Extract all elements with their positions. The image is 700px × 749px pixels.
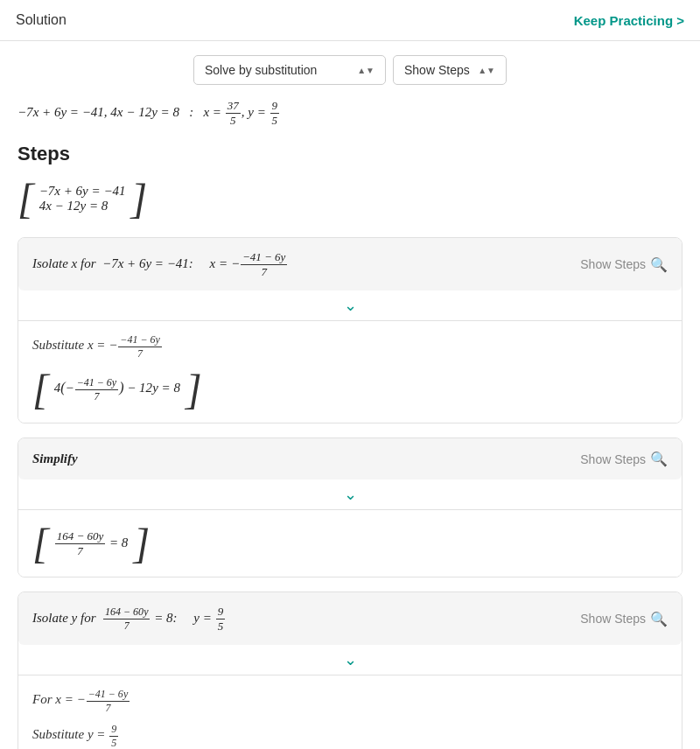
system-equations: −7x + 6y = −41 4x − 12y = 8 xyxy=(34,182,131,215)
substitute-label: Substitute x = −−41 − 6y7 xyxy=(32,333,668,360)
for-x-label: For x = −−41 − 6y7 xyxy=(32,688,668,714)
main-content: Solve by substitution ▲▼ Show Steps ▲▼ −… xyxy=(0,41,700,749)
isolate-y-label: Isolate y for 164 − 60y7 = 8: y = 95 xyxy=(32,605,226,633)
simp-left-bracket: [ xyxy=(32,522,49,564)
right-bracket-icon: ] xyxy=(131,178,148,220)
simplify-label: Simplify xyxy=(32,452,78,466)
solution-equation: −7x + 6y = −41, 4x − 12y = 8 : x = 375, … xyxy=(18,105,280,119)
show-steps-isolate-y[interactable]: Show Steps 🔍 xyxy=(580,611,668,627)
substitute-expr: 4(−−41 − 6y7) − 12y = 8 xyxy=(49,374,186,404)
simplify-expr: 164 − 60y7 = 8 xyxy=(49,528,134,559)
chevron-down-2[interactable]: ⌄ xyxy=(18,480,682,509)
eq2: 4x − 12y = 8 xyxy=(39,199,126,214)
chevron-down-3[interactable]: ⌄ xyxy=(18,645,682,675)
method-dropdown[interactable]: Solve by substitution ▲▼ xyxy=(193,55,386,85)
isolate-x-label: Isolate x for −7x + 6y = −41: x = −−41 −… xyxy=(32,250,288,278)
solution-line: −7x + 6y = −41, 4x − 12y = 8 : x = 375, … xyxy=(18,99,682,127)
for-x-expanded: For x = −−41 − 6y7 Substitute y = 95 x =… xyxy=(18,676,682,749)
method-label: Solve by substitution xyxy=(205,63,317,77)
step-simplify: Simplify Show Steps 🔍 ⌄ [ 164 − 60y7 = 8… xyxy=(18,438,682,578)
show-steps-text-2: Show Steps xyxy=(580,452,646,466)
step-simplify-header: Simplify Show Steps 🔍 xyxy=(18,438,682,480)
sub-left-bracket: [ xyxy=(32,368,49,410)
keep-practicing-link[interactable]: Keep Practicing > xyxy=(574,13,684,28)
chevron-down-1[interactable]: ⌄ xyxy=(18,290,682,320)
search-icon-3: 🔍 xyxy=(650,611,668,627)
step-substitute-expanded: Substitute x = −−41 − 6y7 [ 4(−−41 − 6y7… xyxy=(18,321,682,423)
show-steps-dropdown[interactable]: Show Steps ▲▼ xyxy=(393,55,507,85)
top-bar: Solution Keep Practicing > xyxy=(0,0,700,41)
substitute-y-label: Substitute y = 95 xyxy=(32,723,668,749)
steps-heading: Steps xyxy=(18,143,682,165)
eq1: −7x + 6y = −41 xyxy=(39,184,126,199)
show-steps-isolate-x[interactable]: Show Steps 🔍 xyxy=(580,256,668,273)
system-matrix: [ −7x + 6y = −41 4x − 12y = 8 ] xyxy=(18,178,147,220)
x-fraction: 375 xyxy=(226,99,241,127)
step-isolate-x-header: Isolate x for −7x + 6y = −41: x = −−41 −… xyxy=(18,238,682,290)
method-chevron-icon: ▲▼ xyxy=(357,66,374,75)
left-bracket-icon: [ xyxy=(18,178,34,220)
show-steps-simplify[interactable]: Show Steps 🔍 xyxy=(580,451,668,467)
show-steps-text-1: Show Steps xyxy=(580,257,646,271)
search-icon-1: 🔍 xyxy=(650,256,668,273)
page-title: Solution xyxy=(16,12,66,28)
show-steps-chevron-icon: ▲▼ xyxy=(478,66,495,75)
show-steps-text-3: Show Steps xyxy=(580,612,646,626)
substitute-matrix: [ 4(−−41 − 6y7) − 12y = 8 ] xyxy=(32,368,202,410)
simplify-result-expanded: [ 164 − 60y7 = 8 ] xyxy=(18,510,682,577)
simp-right-bracket: ] xyxy=(133,522,150,564)
step-isolate-y: Isolate y for 164 − 60y7 = 8: y = 95 Sho… xyxy=(18,592,682,749)
search-icon-2: 🔍 xyxy=(650,451,668,467)
controls-row: Solve by substitution ▲▼ Show Steps ▲▼ xyxy=(18,55,682,85)
step-isolate-x: Isolate x for −7x + 6y = −41: x = −−41 −… xyxy=(18,237,682,424)
sub-right-bracket: ] xyxy=(186,368,202,410)
y-fraction: 95 xyxy=(270,99,280,127)
show-steps-label: Show Steps xyxy=(404,63,470,77)
simplify-matrix: [ 164 − 60y7 = 8 ] xyxy=(32,522,150,564)
step-isolate-y-header: Isolate y for 164 − 60y7 = 8: y = 95 Sho… xyxy=(18,592,682,645)
isolate-x-frac: −41 − 6y7 xyxy=(241,250,287,278)
